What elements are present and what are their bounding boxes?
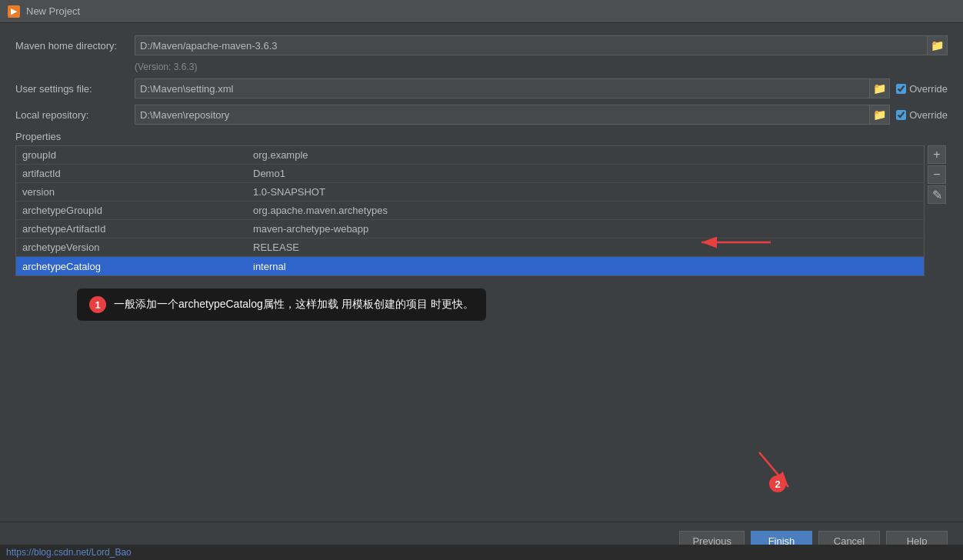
properties-table-wrapper: groupId org.example artifactId Demo1 ver… (15, 145, 925, 276)
prop-row-archetypegroupid[interactable]: archetypeGroupId org.apache.maven.archet… (16, 202, 924, 220)
red-arrow-1 (686, 227, 778, 258)
maven-home-folder-btn[interactable]: 📁 (928, 35, 948, 55)
version-text: (Version: 3.6.3) (135, 62, 948, 72)
prop-key-archetypeversion: archetypeVersion (16, 242, 247, 253)
local-repo-override-checkbox[interactable] (896, 110, 906, 120)
prop-key-version: version (16, 186, 247, 198)
user-settings-input-container: 📁 (135, 78, 890, 98)
maven-home-input-container: 📁 (135, 35, 948, 55)
local-repo-row: Local repository: 📁 Override (15, 105, 948, 125)
app-icon: ▶ (8, 5, 20, 18)
prop-row-artifactid[interactable]: artifactId Demo1 (16, 165, 924, 183)
prop-key-archetypecatalog: archetypeCatalog (16, 261, 247, 272)
user-settings-override-checkbox[interactable] (896, 84, 906, 94)
annotation-text-1: 一般添加一个archetypeCatalog属性，这样加载 用模板创建的项目 时… (114, 298, 474, 312)
prop-value-archetypecatalog: internal (247, 261, 924, 272)
annotation-bubble-1: 1 一般添加一个archetypeCatalog属性，这样加载 用模板创建的项目… (77, 288, 486, 321)
prop-row-archetypeartifactid[interactable]: archetypeArtifactId maven-archetype-weba… (16, 220, 924, 238)
maven-home-row: Maven home directory: 📁 (15, 35, 948, 55)
edit-property-btn[interactable]: ✎ (928, 185, 946, 204)
local-repo-override-label: Override (896, 109, 948, 121)
user-settings-override-label: Override (896, 83, 948, 95)
user-settings-input[interactable] (135, 78, 870, 98)
title-bar: ▶ New Project (0, 0, 963, 23)
prop-value-archetypeartifactid: maven-archetype-webapp (247, 223, 924, 235)
maven-home-input[interactable] (135, 35, 928, 55)
prop-key-archetypeartifactid: archetypeArtifactId (16, 223, 247, 235)
user-settings-row: User settings file: 📁 Override (15, 78, 948, 98)
prop-value-groupid: org.example (247, 149, 924, 161)
properties-table-inner: groupId org.example artifactId Demo1 ver… (16, 146, 924, 275)
add-property-btn[interactable]: + (928, 145, 946, 164)
window-title: New Project (26, 5, 80, 17)
annotation-number-1: 1 (89, 296, 106, 313)
prop-row-version[interactable]: version 1.0-SNAPSHOT (16, 183, 924, 202)
user-settings-label: User settings file: (15, 83, 135, 95)
prop-row-groupid[interactable]: groupId org.example (16, 146, 924, 165)
prop-value-artifactid: Demo1 (247, 168, 924, 179)
watermark-url: https://blog.csdn.net/Lord_Bao (6, 547, 132, 558)
local-repo-folder-btn[interactable]: 📁 (870, 105, 890, 125)
remove-property-btn[interactable]: − (928, 165, 946, 184)
properties-table: groupId org.example artifactId Demo1 ver… (15, 145, 925, 276)
prop-row-archetypecatalog[interactable]: archetypeCatalog internal (16, 257, 924, 275)
annotation-number-2: 2 (769, 475, 786, 492)
prop-value-archetypeversion: RELEASE (247, 242, 924, 253)
prop-key-groupid: groupId (16, 149, 247, 161)
prop-key-artifactid: artifactId (16, 168, 247, 179)
user-settings-folder-btn[interactable]: 📁 (870, 78, 890, 98)
watermark: https://blog.csdn.net/Lord_Bao (0, 545, 963, 560)
local-repo-input-container: 📁 (135, 105, 890, 125)
local-repo-label: Local repository: (15, 109, 135, 121)
maven-home-label: Maven home directory: (15, 40, 135, 52)
prop-value-archetypegroupid: org.apache.maven.archetypes (247, 205, 924, 216)
properties-header: Properties (15, 131, 948, 142)
annotation-circle-2: 2 (769, 475, 786, 492)
table-side-buttons: + − ✎ (928, 145, 946, 204)
main-content: Maven home directory: 📁 (Version: 3.6.3)… (0, 23, 963, 333)
prop-value-version: 1.0-SNAPSHOT (247, 186, 924, 198)
local-repo-input[interactable] (135, 105, 870, 125)
prop-key-archetypegroupid: archetypeGroupId (16, 205, 247, 216)
prop-row-archetypeversion[interactable]: archetypeVersion RELEASE (16, 238, 924, 257)
